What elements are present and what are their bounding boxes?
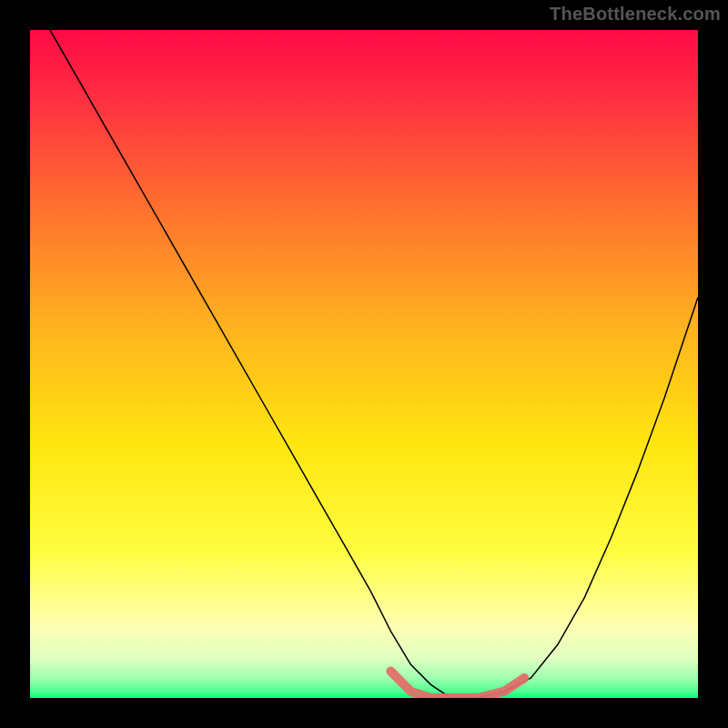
chart-frame: TheBottleneck.com <box>0 0 728 728</box>
bottleneck-curve <box>30 30 698 698</box>
plot-area <box>30 30 698 698</box>
sweet-spot-highlight <box>390 672 524 698</box>
watermark-text: TheBottleneck.com <box>550 4 721 25</box>
curve-layer <box>30 30 698 698</box>
